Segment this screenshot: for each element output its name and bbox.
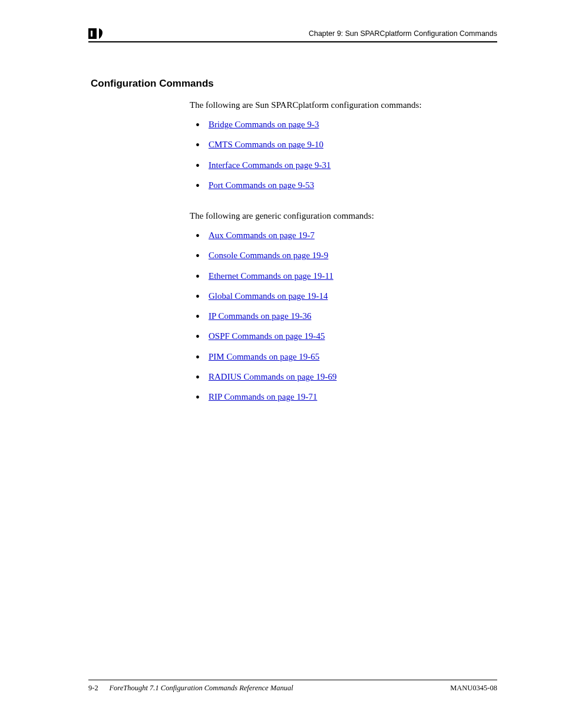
- generic-cmd-link[interactable]: OSPF Commands on page 19-45: [209, 331, 325, 341]
- generic-cmd-link[interactable]: Ethernet Commands on page 19-11: [209, 271, 333, 281]
- page-footer: 9-2 ForeThought 7.1 Configuration Comman…: [88, 680, 497, 693]
- platform-cmd-item: Interface Commands on page 9-31: [190, 159, 497, 171]
- generic-cmd-item: PIM Commands on page 19-65: [190, 351, 497, 363]
- generic-cmd-item: IP Commands on page 19-36: [190, 310, 497, 322]
- generic-cmd-item: RADIUS Commands on page 19-69: [190, 371, 497, 383]
- generic-cmd-item: Aux Commands on page 19-7: [190, 229, 497, 241]
- platform-cmd-link[interactable]: Bridge Commands on page 9-3: [209, 120, 319, 129]
- generic-cmd-link[interactable]: Console Commands on page 19-9: [209, 251, 328, 260]
- platform-cmd-link[interactable]: Interface Commands on page 9-31: [209, 160, 330, 170]
- platform-cmd-item: CMTS Commands on page 9-10: [190, 139, 497, 150]
- generic-cmd-link[interactable]: PIM Commands on page 19-65: [209, 352, 319, 361]
- generic-cmd-link[interactable]: RADIUS Commands on page 19-69: [209, 372, 337, 381]
- page-number: 9-2: [88, 684, 98, 692]
- footer-title: ForeThought 7.1 Configuration Commands R…: [109, 684, 293, 692]
- generic-cmd-item: Global Commands on page 19-14: [190, 290, 497, 302]
- breadcrumb: Chapter 9: Sun SPARCplatform Configurati…: [309, 29, 497, 38]
- generic-cmd-item: OSPF Commands on page 19-45: [190, 330, 497, 342]
- brand-logo-icon: [88, 28, 104, 39]
- intro-text-2: The following are generic configuration …: [190, 211, 497, 221]
- generic-cmd-link[interactable]: IP Commands on page 19-36: [209, 311, 311, 321]
- generic-cmd-link[interactable]: Aux Commands on page 19-7: [209, 230, 315, 240]
- platform-cmd-link[interactable]: Port Commands on page 9-53: [209, 180, 314, 190]
- platform-cmd-item: Port Commands on page 9-53: [190, 179, 497, 191]
- generic-cmd-link[interactable]: RIP Commands on page 19-71: [209, 392, 317, 401]
- page-title: Configuration Commands: [91, 78, 497, 90]
- platform-cmd-item: Bridge Commands on page 9-3: [190, 118, 497, 130]
- footer-ref: MANU0345-08: [450, 684, 497, 693]
- generic-cmd-link[interactable]: Global Commands on page 19-14: [209, 291, 328, 301]
- platform-cmd-link[interactable]: CMTS Commands on page 9-10: [209, 140, 323, 149]
- generic-cmd-item: Ethernet Commands on page 19-11: [190, 270, 497, 282]
- svg-rect-2: [92, 31, 94, 37]
- generic-cmd-item: Console Commands on page 19-9: [190, 249, 497, 261]
- intro-text-1: The following are Sun SPARCplatform conf…: [190, 100, 497, 110]
- header-rule: [88, 41, 497, 42]
- generic-cmd-item: RIP Commands on page 19-71: [190, 391, 497, 403]
